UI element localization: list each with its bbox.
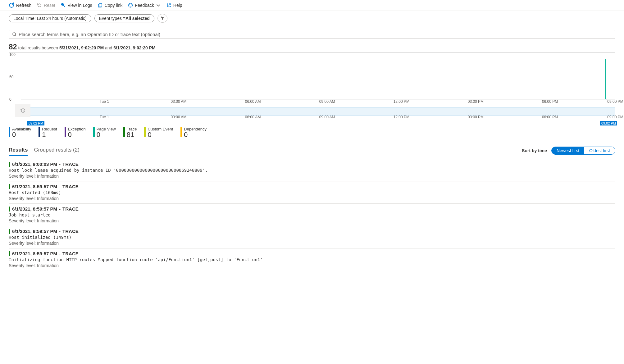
histogram-chart[interactable]: 100 50 0 Tue 1 03:00 AM 06:00 AM 09:00 A… [21, 55, 615, 104]
sort-oldest-first[interactable]: Oldest first [584, 147, 615, 154]
result-timestamp: 6/1/2021, 9:00:03 PM [12, 162, 57, 167]
legend-trace[interactable]: Trace81 [123, 127, 137, 139]
result-item[interactable]: 6/1/2021, 8:59:57 PM - TRACE Host initia… [9, 226, 615, 248]
result-item[interactable]: 6/1/2021, 9:00:03 PM - TRACE Host lock l… [9, 159, 615, 181]
result-type: TRACE [62, 184, 79, 189]
undo-icon [37, 3, 42, 8]
legend-dependency[interactable]: Dependency0 [180, 127, 207, 139]
legend-value: 0 [97, 131, 116, 139]
reset-label: Reset [44, 3, 55, 8]
result-timestamp: 6/1/2021, 8:59:57 PM [12, 184, 57, 189]
legend-color [180, 127, 182, 137]
y-tick: 100 [9, 52, 16, 57]
main-content: 82 total results between 5/31/2021, 9:02… [0, 26, 624, 277]
sort-controls: Sort by time Newest first Oldest first [522, 147, 615, 155]
copy-icon [98, 3, 103, 8]
summary-end: 6/1/2021, 9:02:20 PM [113, 45, 155, 50]
result-item[interactable]: 6/1/2021, 8:59:57 PM - TRACE Initializin… [9, 248, 615, 271]
reset-button[interactable]: Reset [37, 3, 55, 8]
legend-pageview[interactable]: Page View0 [93, 127, 116, 139]
legend-color [93, 127, 95, 137]
result-message: Job host started [9, 212, 615, 217]
legend-availability[interactable]: Availability0 [9, 127, 31, 139]
tab-results[interactable]: Results [9, 145, 28, 156]
x-tick: 03:00 PM [468, 99, 484, 104]
result-type: TRACE [62, 251, 79, 256]
x-tick: 09:00 AM [319, 115, 335, 119]
summary-between: total results between [18, 45, 59, 50]
range-band [21, 107, 615, 116]
result-severity: Severity level: Information [9, 174, 615, 179]
result-severity: Severity level: Information [9, 196, 615, 201]
filter-add-icon: + [160, 16, 165, 20]
event-types-pill[interactable]: Event types = All selected [94, 14, 154, 22]
result-item[interactable]: 6/1/2021, 8:59:57 PM - TRACE Job host st… [9, 204, 615, 226]
time-range-pill[interactable]: Local Time: Last 24 hours (Automatic) [9, 14, 91, 22]
x-tick: 03:00 AM [171, 99, 187, 104]
view-logs-label: View in Logs [68, 3, 92, 8]
x-tick: 06:00 AM [245, 115, 261, 119]
search-input[interactable] [19, 32, 612, 37]
external-link-icon [166, 3, 171, 8]
results-list: 6/1/2021, 9:00:03 PM - TRACE Host lock l… [9, 159, 615, 271]
tab-grouped-results[interactable]: Grouped results (2) [34, 145, 79, 156]
result-severity: Severity level: Information [9, 218, 615, 223]
add-filter-button[interactable]: + [157, 14, 167, 23]
svg-point-0 [61, 3, 64, 6]
result-count: 82 [9, 43, 17, 51]
legend-value: 0 [184, 131, 207, 139]
legend-color [144, 127, 146, 137]
result-severity: Severity level: Information [9, 241, 615, 246]
trace-chip [9, 207, 10, 212]
x-tick: 09:00 PM [607, 115, 623, 119]
svg-rect-1 [99, 3, 102, 7]
view-logs-button[interactable]: View in Logs [61, 3, 92, 8]
feedback-label: Feedback [135, 3, 154, 8]
feedback-button[interactable]: Feedback [128, 3, 161, 8]
logs-icon [61, 3, 66, 8]
x-tick: 12:00 PM [394, 115, 409, 119]
range-x-axis: Tue 1 03:00 AM 06:00 AM 09:00 AM 12:00 P… [21, 115, 615, 120]
range-start-badge: 09:02 PM [27, 121, 44, 125]
sort-label: Sort by time [522, 148, 547, 153]
tab-grouped-label: Grouped results (2) [34, 147, 79, 153]
result-timestamp: 6/1/2021, 8:59:57 PM [12, 229, 57, 234]
chart-plot [21, 55, 615, 99]
trace-chip [9, 184, 10, 189]
legend-value: 0 [68, 131, 86, 139]
refresh-button[interactable]: Refresh [9, 2, 31, 8]
chart-bar-trace [605, 59, 606, 99]
tabs-row: Results Grouped results (2) Sort by time… [9, 145, 615, 156]
svg-point-4 [131, 5, 131, 5]
result-timestamp: 6/1/2021, 8:59:57 PM [12, 251, 57, 256]
trace-chip [9, 229, 10, 234]
refresh-icon [9, 2, 14, 8]
legend-value: 0 [12, 131, 31, 139]
legend-request[interactable]: Request1 [39, 127, 57, 139]
copy-link-button[interactable]: Copy link [98, 3, 123, 8]
sort-newest-label: Newest first [557, 148, 579, 153]
x-tick: 12:00 PM [394, 99, 409, 104]
result-severity: Severity level: Information [9, 263, 615, 268]
x-tick: 09:00 PM [607, 99, 623, 104]
help-button[interactable]: Help [166, 3, 182, 8]
x-tick: 06:00 PM [542, 99, 558, 104]
result-item[interactable]: 6/1/2021, 8:59:57 PM - TRACE Host starte… [9, 181, 615, 204]
legend-color [9, 127, 10, 137]
legend-exception[interactable]: Exception0 [65, 127, 86, 139]
sort-newest-first[interactable]: Newest first [552, 147, 584, 154]
event-types-prefix: Event types = [99, 16, 125, 21]
smile-icon [128, 3, 133, 8]
sort-oldest-label: Oldest first [589, 148, 610, 153]
result-sep: - [59, 229, 61, 234]
result-message: Host lock lease acquired by instance ID … [9, 168, 615, 173]
range-end-badge: 09:02 PM [600, 121, 617, 125]
svg-point-2 [129, 3, 133, 7]
chevron-down-icon [156, 3, 161, 8]
toolbar: Refresh Reset View in Logs Copy link Fee… [0, 0, 624, 11]
time-range-selector[interactable]: Tue 1 03:00 AM 06:00 AM 09:00 AM 12:00 P… [21, 104, 615, 120]
event-types-value: All selected [125, 16, 150, 21]
trace-chip [9, 162, 10, 167]
legend-customevent[interactable]: Custom Event0 [144, 127, 173, 139]
search-box[interactable] [9, 30, 615, 39]
